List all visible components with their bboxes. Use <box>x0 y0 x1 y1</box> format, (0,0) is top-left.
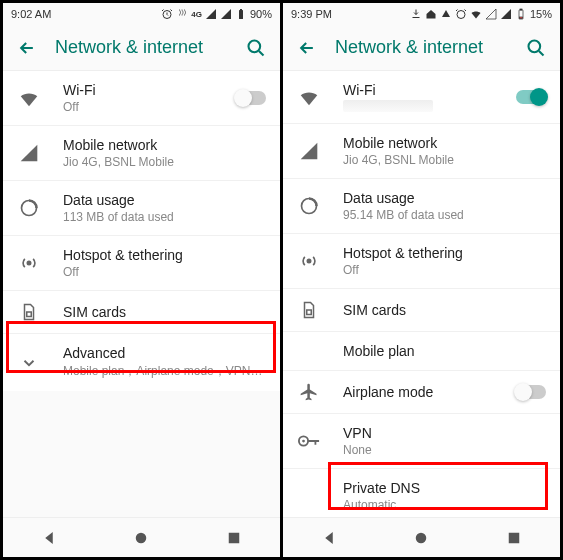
triangle-icon <box>440 8 452 20</box>
nav-back-icon[interactable] <box>40 529 58 547</box>
sim-cards-row[interactable]: SIM cards <box>283 289 560 332</box>
data-usage-row[interactable]: Data usage 113 MB of data used <box>3 181 280 236</box>
airplane-icon <box>299 382 319 402</box>
alarm-icon <box>455 8 467 20</box>
vpn-row[interactable]: VPN None <box>283 414 560 469</box>
advanced-sub: Mobile plan，Airplane mode，VPN，Priva… <box>63 363 266 380</box>
page-title: Network & internet <box>335 37 508 58</box>
hotspot-icon <box>299 251 319 271</box>
signal-icon <box>299 141 319 161</box>
wifi-status-icon <box>470 8 482 20</box>
status-time: 9:39 PM <box>291 8 332 20</box>
svg-point-15 <box>307 259 310 262</box>
svg-rect-12 <box>519 17 522 19</box>
svg-rect-20 <box>509 532 520 543</box>
nav-bar <box>3 517 280 557</box>
advanced-row[interactable]: Advanced Mobile plan，Airplane mode，VPN，P… <box>3 334 280 391</box>
wifi-icon <box>18 87 40 109</box>
advanced-label: Advanced <box>63 345 266 361</box>
signal-icon <box>19 143 39 163</box>
svg-point-3 <box>249 40 261 52</box>
hotspot-icon <box>19 253 39 273</box>
sim-icon <box>20 302 38 322</box>
wifi-row[interactable]: Wi-Fi <box>283 71 560 124</box>
search-icon[interactable] <box>246 38 266 58</box>
airplane-row[interactable]: Airplane mode <box>283 371 560 414</box>
svg-rect-11 <box>520 9 522 10</box>
battery-low-icon <box>515 8 527 20</box>
phone-right: 9:39 PM 15% Network & internet Wi-Fi <box>283 3 560 557</box>
back-icon[interactable] <box>297 38 317 58</box>
data-usage-row[interactable]: Data usage 95.14 MB of data used <box>283 179 560 234</box>
search-icon[interactable] <box>526 38 546 58</box>
battery-pct: 15% <box>530 8 552 20</box>
svg-point-7 <box>136 532 147 543</box>
svg-rect-2 <box>240 9 242 10</box>
nav-recent-icon[interactable] <box>225 529 243 547</box>
nav-home-icon[interactable] <box>412 529 430 547</box>
nav-bar <box>283 517 560 557</box>
wifi-toggle[interactable] <box>236 91 266 105</box>
signal-icon <box>205 8 217 20</box>
status-bar: 9:02 AM 4G 90% <box>3 3 280 25</box>
toolbar: Network & internet <box>283 25 560 71</box>
mobile-sub: Jio 4G, BSNL Mobile <box>343 153 546 167</box>
wifi-toggle[interactable] <box>516 90 546 104</box>
mobile-label: Mobile network <box>343 135 546 151</box>
toolbar: Network & internet <box>3 25 280 71</box>
signal-icon <box>485 8 497 20</box>
mobile-network-row[interactable]: Mobile network Jio 4G, BSNL Mobile <box>283 124 560 179</box>
wifi-sub: Off <box>63 100 214 114</box>
svg-rect-6 <box>27 312 32 317</box>
wifi-label: Wi-Fi <box>63 82 214 98</box>
back-icon[interactable] <box>17 38 37 58</box>
signal-icon-2 <box>220 8 232 20</box>
chevron-down-icon <box>20 354 38 372</box>
settings-list: Wi-Fi Mobile network Jio 4G, BSNL Mobile… <box>283 71 560 517</box>
data-label: Data usage <box>343 190 546 206</box>
svg-rect-8 <box>229 532 240 543</box>
page-title: Network & internet <box>55 37 228 58</box>
vpn-sub: None <box>343 443 546 457</box>
mobileplan-label: Mobile plan <box>343 343 546 359</box>
hotspot-sub: Off <box>343 263 546 277</box>
data-label: Data usage <box>63 192 266 208</box>
privatedns-label: Private DNS <box>343 480 546 496</box>
vpn-key-icon <box>298 434 320 448</box>
svg-point-5 <box>27 261 30 264</box>
data-sub: 113 MB of data used <box>63 210 266 224</box>
private-dns-row[interactable]: Private DNS Automatic <box>283 469 560 517</box>
status-icons: 4G 90% <box>161 8 272 20</box>
svg-point-9 <box>457 11 465 19</box>
heat-icon <box>176 8 188 20</box>
data-usage-icon <box>19 198 39 218</box>
network-badge: 4G <box>191 10 202 19</box>
sim-label: SIM cards <box>63 304 266 320</box>
wifi-label: Wi-Fi <box>343 82 494 98</box>
status-icons: 15% <box>410 8 552 20</box>
sim-cards-row[interactable]: SIM cards <box>3 291 280 334</box>
status-time: 9:02 AM <box>11 8 51 20</box>
hotspot-row[interactable]: Hotspot & tethering Off <box>3 236 280 291</box>
settings-list: Wi-Fi Off Mobile network Jio 4G, BSNL Mo… <box>3 71 280 517</box>
battery-pct: 90% <box>250 8 272 20</box>
sim-icon <box>300 300 318 320</box>
hotspot-row[interactable]: Hotspot & tethering Off <box>283 234 560 289</box>
wifi-row[interactable]: Wi-Fi Off <box>3 71 280 126</box>
airplane-toggle[interactable] <box>516 385 546 399</box>
hotspot-label: Hotspot & tethering <box>63 247 266 263</box>
hotspot-sub: Off <box>63 265 266 279</box>
battery-icon <box>235 8 247 20</box>
nav-recent-icon[interactable] <box>505 529 523 547</box>
nav-back-icon[interactable] <box>320 529 338 547</box>
privatedns-sub: Automatic <box>343 498 546 512</box>
svg-rect-1 <box>239 10 243 19</box>
nav-home-icon[interactable] <box>132 529 150 547</box>
wifi-sub <box>343 100 433 112</box>
mobile-label: Mobile network <box>63 137 266 153</box>
home-small-icon <box>425 8 437 20</box>
mobile-plan-row[interactable]: Mobile plan <box>283 332 560 371</box>
svg-rect-16 <box>307 310 312 315</box>
mobile-network-row[interactable]: Mobile network Jio 4G, BSNL Mobile <box>3 126 280 181</box>
airplane-label: Airplane mode <box>343 384 494 400</box>
